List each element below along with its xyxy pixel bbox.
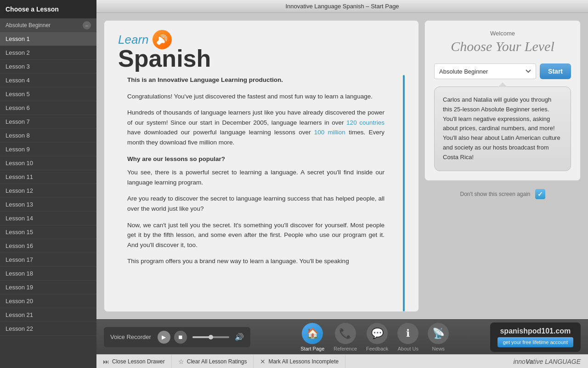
nav-icon-start-page[interactable]: 🏠Start Page xyxy=(297,321,328,353)
lesson-item[interactable]: Lesson 4 xyxy=(0,74,96,87)
news-icon: 📡 xyxy=(428,323,449,344)
start-page-label: Start Page xyxy=(300,346,324,351)
left-content-wrapper: This is an Innovative Language Learning … xyxy=(104,75,418,311)
voice-recorder-section: Voice Recorder ▶ ⏹ 🔊 xyxy=(104,327,250,347)
learn-text: Learn xyxy=(118,33,149,47)
lesson-item[interactable]: Lesson 18 xyxy=(0,267,96,281)
bottom-bar-mark-all-lessons-incomplete[interactable]: ✕Mark All Lessons Incomplete xyxy=(254,355,345,368)
nav-icons-section: 🏠Start Page📞Reference💬FeedbackℹAbout Us📡… xyxy=(260,321,490,353)
level-selector-row: Absolute BeginnerBeginnerIntermediateUpp… xyxy=(434,63,571,79)
nav-icon-feedback[interactable]: 💬Feedback xyxy=(362,321,392,353)
sidebar-section-header: Absolute Beginner – xyxy=(0,18,96,32)
news-label: News xyxy=(432,346,445,351)
bb-label: Mark All Lessons Incomplete xyxy=(268,358,339,365)
bottom-bar-close-lesson-drawer[interactable]: ⏭Close Lesson Drawer xyxy=(96,355,172,368)
about-us-icon: ℹ xyxy=(397,323,418,344)
main-window: Learn Spanish This is an Innovative Lang… xyxy=(96,13,588,368)
link-120[interactable]: 120 countries xyxy=(346,119,384,126)
lesson-item[interactable]: Lesson 7 xyxy=(0,115,96,129)
lesson-item[interactable]: Lesson 10 xyxy=(0,156,96,170)
lesson-list: Lesson 1Lesson 2Lesson 3Lesson 4Lesson 5… xyxy=(0,32,96,368)
sidebar-section-label: Absolute Beginner xyxy=(6,22,51,29)
para-congrats: Congratulations! You've just discovered … xyxy=(127,92,384,102)
bb-icon: ☆ xyxy=(178,358,184,365)
account-domain: spanishpod101.com xyxy=(500,327,571,335)
left-panel: Learn Spanish This is an Innovative Lang… xyxy=(104,20,419,312)
recorder-slider[interactable] xyxy=(192,336,229,338)
lesson-item[interactable]: Lesson 9 xyxy=(0,143,96,156)
slider-fill xyxy=(192,336,211,338)
reference-icon: 📞 xyxy=(335,323,356,344)
right-panel: Welcome Choose Your Level Absolute Begin… xyxy=(424,20,581,312)
account-section: spanishpod101.com get your free lifetime… xyxy=(490,322,581,352)
spanish-heading: Spanish xyxy=(118,46,211,70)
nav-icon-about-us[interactable]: ℹAbout Us xyxy=(394,321,422,353)
reference-label: Reference xyxy=(334,346,357,351)
bb-label: Clear All Lesson Ratings xyxy=(187,358,247,365)
slider-thumb xyxy=(209,335,213,339)
bottom-bar-clear-all-lesson-ratings[interactable]: ☆Clear All Lesson Ratings xyxy=(172,355,254,368)
intro-bold: This is an Innovative Language Learning … xyxy=(127,75,384,85)
para-cant-tell: Now, we can't just tell you the secret. … xyxy=(127,220,384,250)
about-us-label: About Us xyxy=(398,346,418,351)
para-program: This program offers you a brand new way … xyxy=(127,256,384,266)
recorder-label: Voice Recorder xyxy=(110,334,151,340)
start-button[interactable]: Start xyxy=(540,63,571,79)
nav-icon-news[interactable]: 📡News xyxy=(424,321,452,353)
collapse-button[interactable]: – xyxy=(83,21,91,29)
lesson-item[interactable]: Lesson 17 xyxy=(0,253,96,267)
welcome-box: Welcome Choose Your Level Absolute Begin… xyxy=(424,20,581,181)
lesson-item[interactable]: Lesson 1 xyxy=(0,32,96,46)
dont-show-row: Don't show this screen again xyxy=(424,186,581,202)
para-hundreds: Hundreds of thousands of language learne… xyxy=(127,108,384,147)
innovative-logo: innoVative LANGUAGE xyxy=(513,358,588,365)
lesson-item[interactable]: Lesson 8 xyxy=(0,129,96,143)
choose-level-title: Choose Your Level xyxy=(434,39,571,54)
bottom-toolbar: Voice Recorder ▶ ⏹ 🔊 🏠Start Page📞Referen… xyxy=(96,319,588,354)
learn-logo: Learn Spanish xyxy=(118,30,211,70)
bottom-bar: ⏭Close Lesson Drawer☆Clear All Lesson Ra… xyxy=(96,354,588,368)
speaker-icon xyxy=(153,30,172,49)
para-secret: You see, there is a powerful secret to l… xyxy=(127,167,384,187)
left-text-content: This is an Innovative Language Learning … xyxy=(113,75,398,311)
lesson-item[interactable]: Lesson 13 xyxy=(0,198,96,212)
feedback-label: Feedback xyxy=(366,346,388,351)
start-page-icon: 🏠 xyxy=(302,323,323,344)
lesson-item[interactable]: Lesson 21 xyxy=(0,308,96,322)
description-bubble: Carlos and Natalia will guide you throug… xyxy=(434,86,571,171)
content-inner: Learn Spanish This is an Innovative Lang… xyxy=(104,20,581,312)
logo-area: Learn Spanish xyxy=(104,21,418,75)
why-heading: Why are our lessons so popular? xyxy=(127,154,384,164)
lesson-item[interactable]: Lesson 5 xyxy=(0,87,96,101)
account-cta-button[interactable]: get your free lifetime account xyxy=(498,337,573,347)
lesson-item[interactable]: Lesson 12 xyxy=(0,184,96,198)
lesson-item[interactable]: Lesson 2 xyxy=(0,46,96,60)
lesson-item[interactable]: Lesson 16 xyxy=(0,239,96,253)
sidebar: Choose a Lesson Absolute Beginner – Less… xyxy=(0,0,96,368)
dont-show-checkbox[interactable] xyxy=(535,189,545,199)
bb-icon: ⏭ xyxy=(103,358,109,365)
lesson-item[interactable]: Lesson 15 xyxy=(0,225,96,239)
dont-show-label: Don't show this screen again xyxy=(460,191,530,197)
stop-button[interactable]: ⏹ xyxy=(174,331,187,344)
title-bar: Innovative Language Spanish – Start Page xyxy=(96,0,588,13)
sidebar-header: Choose a Lesson xyxy=(0,0,96,18)
play-button[interactable]: ▶ xyxy=(158,331,170,344)
lesson-item[interactable]: Lesson 20 xyxy=(0,294,96,308)
link-100m[interactable]: 100 million xyxy=(314,129,345,136)
lesson-item[interactable]: Lesson 3 xyxy=(0,60,96,74)
lesson-item[interactable]: Lesson 14 xyxy=(0,212,96,225)
bb-icon: ✕ xyxy=(260,358,266,365)
level-dropdown[interactable]: Absolute BeginnerBeginnerIntermediateUpp… xyxy=(434,63,536,79)
lesson-item[interactable]: Lesson 19 xyxy=(0,281,96,294)
content-area: Learn Spanish This is an Innovative Lang… xyxy=(96,13,588,319)
para-ready: Are you ready to discover the secret to … xyxy=(127,194,384,213)
feedback-icon: 💬 xyxy=(367,323,388,344)
nav-icon-reference[interactable]: 📞Reference xyxy=(330,321,361,353)
bb-label: Close Lesson Drawer xyxy=(112,358,165,365)
window-title: Innovative Language Spanish – Start Page xyxy=(102,3,582,10)
lesson-item[interactable]: Lesson 11 xyxy=(0,170,96,184)
volume-icon: 🔊 xyxy=(235,333,244,341)
lesson-item[interactable]: Lesson 22 xyxy=(0,322,96,336)
lesson-item[interactable]: Lesson 6 xyxy=(0,101,96,115)
